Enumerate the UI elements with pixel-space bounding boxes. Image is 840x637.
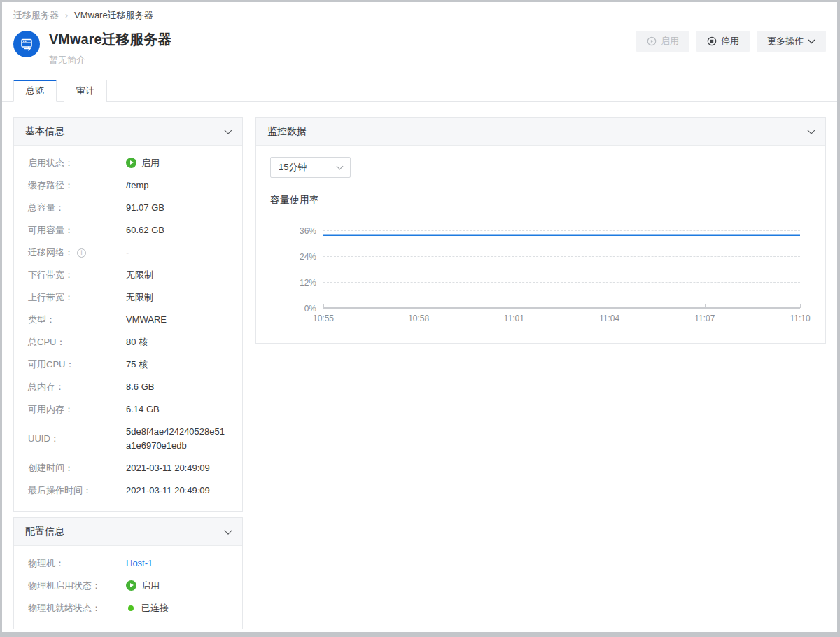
config-info-title: 配置信息 — [25, 526, 64, 538]
info-value: 5de8f4ae424240528e51a1e6970e1edb — [126, 425, 228, 453]
info-value-text: /temp — [126, 178, 149, 192]
capacity-usage-chart: 0%12%24%36% — [270, 218, 811, 309]
info-label: 下行带宽： — [28, 268, 126, 282]
chart-title: 容量使用率 — [270, 194, 811, 206]
chart-y-axis: 0%12%24%36% — [270, 218, 323, 309]
x-tick-label: 10:58 — [408, 314, 429, 323]
info-label: 迁移网络：i — [28, 246, 126, 260]
breadcrumb-separator: › — [65, 10, 68, 20]
info-value: /temp — [126, 178, 228, 192]
info-row: 下行带宽：无限制 — [28, 264, 228, 286]
chevron-down-icon[interactable] — [807, 126, 815, 134]
info-label: 可用容量： — [28, 223, 126, 237]
more-actions-button[interactable]: 更多操作 — [757, 31, 826, 52]
info-value: 6.14 GB — [126, 402, 228, 416]
header-actions: 启用 停用 更多操作 — [636, 31, 826, 52]
breadcrumb-root[interactable]: 迁移服务器 — [13, 9, 59, 22]
play-circle-icon — [647, 36, 657, 46]
info-value-text: 无限制 — [126, 268, 153, 282]
info-value: 启用 — [126, 579, 228, 593]
left-column: 基本信息 启用状态：启用缓存路径：/temp总容量：91.07 GB可用容量：6… — [13, 117, 243, 629]
title-block: VMware迁移服务器 暂无简介 — [49, 31, 172, 66]
more-actions-label: 更多操作 — [767, 35, 804, 48]
info-label: 可用内存： — [28, 402, 126, 416]
info-label: 物理机： — [28, 556, 126, 570]
breadcrumb-current: VMware迁移服务器 — [74, 9, 153, 22]
info-value-text: 60.62 GB — [126, 223, 164, 237]
tabbar: 总览 审计 — [2, 80, 837, 102]
info-value-text: 启用 — [141, 579, 160, 593]
info-label: UUID： — [28, 425, 126, 453]
info-label: 上行带宽： — [28, 290, 126, 304]
info-row: 总CPU：80 核 — [28, 331, 228, 354]
info-row: 可用CPU：75 核 — [28, 354, 228, 376]
enabled-status-icon — [126, 158, 136, 168]
monitor-card: 监控数据 15分钟 容量使用率 0%12%24%36% 10:5510:5811… — [255, 117, 826, 344]
right-column: 监控数据 15分钟 容量使用率 0%12%24%36% 10:5510:5811… — [255, 117, 826, 344]
info-value: 75 核 — [126, 358, 228, 372]
info-row: 上行带宽：无限制 — [28, 286, 228, 309]
connected-dot-icon — [128, 606, 134, 611]
enable-button-label: 启用 — [661, 35, 679, 48]
migration-server-icon — [13, 31, 40, 57]
tab-overview[interactable]: 总览 — [13, 80, 57, 102]
config-info-body: 物理机：Host-1物理机启用状态：启用物理机就绪状态：已连接 — [14, 546, 242, 629]
info-value-text: 5de8f4ae424240528e51a1e6970e1edb — [126, 425, 228, 453]
y-tick-label: 12% — [300, 278, 316, 288]
basic-info-header[interactable]: 基本信息 — [14, 118, 242, 146]
info-row: 物理机启用状态：启用 — [28, 575, 228, 597]
info-label: 创建时间： — [28, 461, 126, 475]
page-header: VMware迁移服务器 暂无简介 启用 停用 更多操作 — [2, 22, 837, 66]
config-info-card: 配置信息 物理机：Host-1物理机启用状态：启用物理机就绪状态：已连接 — [13, 517, 243, 629]
info-label: 最后操作时间： — [28, 484, 126, 498]
info-value-text: 8.6 GB — [126, 380, 154, 394]
info-row: 最后操作时间：2021-03-11 20:49:09 — [28, 479, 228, 502]
x-tick-label: 10:55 — [313, 314, 334, 323]
x-tick-label: 11:07 — [694, 314, 715, 323]
page-title: VMware迁移服务器 — [49, 31, 172, 48]
info-value: 8.6 GB — [126, 380, 228, 394]
info-row: 物理机：Host-1 — [28, 552, 228, 575]
chevron-down-icon — [808, 39, 816, 44]
info-value-text: 2021-03-11 20:49:09 — [126, 484, 210, 498]
chevron-down-icon — [337, 163, 344, 170]
info-value: 91.07 GB — [126, 201, 228, 215]
interval-select[interactable]: 15分钟 — [270, 157, 351, 178]
enabled-status-icon — [126, 580, 136, 591]
basic-info-title: 基本信息 — [25, 125, 64, 138]
content: 基本信息 启用状态：启用缓存路径：/temp总容量：91.07 GB可用容量：6… — [2, 102, 837, 629]
info-value: 80 核 — [126, 335, 228, 349]
info-label: 物理机启用状态： — [28, 579, 126, 593]
config-info-header[interactable]: 配置信息 — [14, 518, 242, 546]
info-value-text: 已连接 — [141, 601, 169, 615]
breadcrumb: 迁移服务器 › VMware迁移服务器 — [2, 2, 837, 22]
x-tick-label: 11:04 — [599, 314, 620, 323]
basic-info-card: 基本信息 启用状态：启用缓存路径：/temp总容量：91.07 GB可用容量：6… — [13, 117, 243, 512]
info-circle-icon[interactable]: i — [77, 248, 86, 258]
host-link[interactable]: Host-1 — [126, 556, 153, 570]
x-tick-label: 11:10 — [790, 314, 810, 323]
info-label: 总内存： — [28, 380, 126, 394]
info-value: 无限制 — [126, 268, 228, 282]
monitor-title: 监控数据 — [267, 125, 307, 138]
info-label: 可用CPU： — [28, 358, 126, 372]
info-value-text: 无限制 — [126, 290, 153, 304]
info-value: 无限制 — [126, 290, 228, 304]
info-value: 启用 — [126, 156, 228, 170]
disable-button-label: 停用 — [721, 35, 739, 48]
info-value-text: 80 核 — [126, 335, 148, 349]
tab-audit[interactable]: 审计 — [64, 80, 107, 102]
info-row: 总容量：91.07 GB — [28, 197, 228, 219]
info-row: 可用容量：60.62 GB — [28, 219, 228, 241]
disable-button[interactable]: 停用 — [696, 31, 750, 52]
x-tick-label: 11:01 — [504, 314, 524, 323]
y-tick-label: 0% — [304, 304, 316, 314]
info-value: - — [126, 246, 228, 260]
enable-button[interactable]: 启用 — [636, 31, 690, 52]
y-tick-label: 24% — [300, 252, 316, 262]
page-subtitle: 暂无简介 — [49, 54, 172, 66]
info-value: 已连接 — [126, 601, 228, 615]
chevron-down-icon[interactable] — [224, 126, 232, 134]
monitor-header[interactable]: 监控数据 — [256, 118, 825, 146]
chevron-down-icon[interactable] — [224, 526, 232, 534]
